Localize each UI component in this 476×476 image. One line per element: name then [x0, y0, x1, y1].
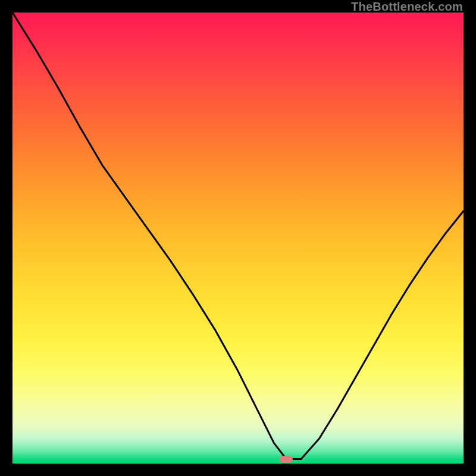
watermark-text: TheBottleneck.com	[351, 0, 463, 14]
gradient-plot-area	[12, 12, 464, 464]
chart-container: TheBottleneck.com	[0, 0, 476, 476]
optimal-marker	[280, 456, 293, 463]
bottleneck-curve	[12, 12, 464, 464]
curve-path	[12, 12, 464, 459]
